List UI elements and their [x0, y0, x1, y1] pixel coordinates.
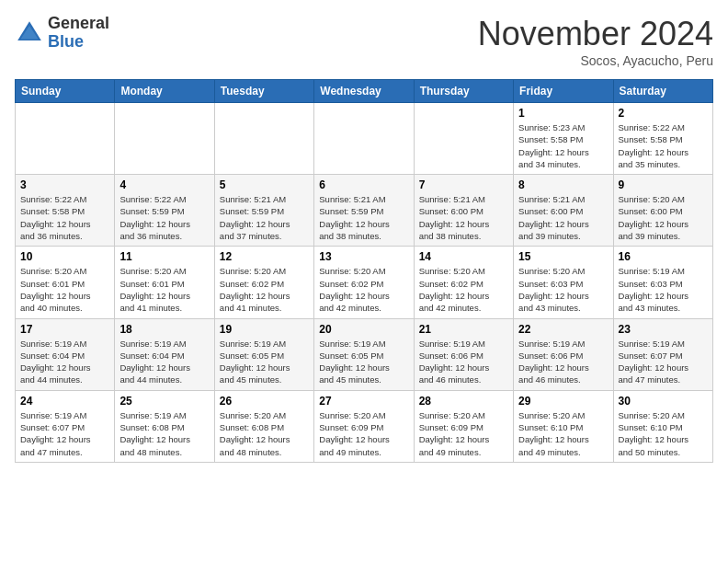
- day-cell: 10Sunrise: 5:20 AM Sunset: 6:01 PM Dayli…: [16, 247, 115, 318]
- day-number: 17: [20, 323, 109, 336]
- logo-general: General: [48, 15, 109, 33]
- day-number: 24: [20, 395, 109, 408]
- day-number: 15: [518, 250, 608, 263]
- day-cell: 28Sunrise: 5:20 AM Sunset: 6:09 PM Dayli…: [414, 390, 513, 462]
- day-header-thursday: Thursday: [414, 80, 513, 103]
- calendar-body: 1Sunrise: 5:23 AM Sunset: 5:58 PM Daylig…: [16, 103, 713, 463]
- day-number: 6: [319, 178, 408, 191]
- week-row-3: 10Sunrise: 5:20 AM Sunset: 6:01 PM Dayli…: [16, 247, 713, 318]
- day-number: 29: [518, 395, 608, 408]
- day-info: Sunrise: 5:21 AM Sunset: 6:00 PM Dayligh…: [419, 193, 508, 242]
- day-info: Sunrise: 5:20 AM Sunset: 6:03 PM Dayligh…: [518, 265, 608, 314]
- day-header-wednesday: Wednesday: [314, 80, 414, 103]
- day-info: Sunrise: 5:20 AM Sunset: 6:01 PM Dayligh…: [20, 265, 109, 314]
- day-number: 12: [220, 250, 309, 263]
- day-number: 22: [518, 323, 608, 336]
- day-cell: 22Sunrise: 5:19 AM Sunset: 6:06 PM Dayli…: [514, 318, 613, 390]
- day-cell: 30Sunrise: 5:20 AM Sunset: 6:10 PM Dayli…: [613, 390, 712, 462]
- location-subtitle: Socos, Ayacucho, Peru: [478, 53, 713, 68]
- title-block: November 2024 Socos, Ayacucho, Peru: [478, 15, 713, 68]
- day-info: Sunrise: 5:20 AM Sunset: 6:02 PM Dayligh…: [319, 265, 408, 314]
- day-number: 26: [220, 395, 309, 408]
- calendar-header: SundayMondayTuesdayWednesdayThursdayFrid…: [16, 80, 713, 103]
- day-number: 3: [20, 178, 109, 191]
- day-info: Sunrise: 5:20 AM Sunset: 6:02 PM Dayligh…: [419, 265, 508, 314]
- logo-blue: Blue: [48, 33, 109, 52]
- day-cell: 3Sunrise: 5:22 AM Sunset: 5:58 PM Daylig…: [16, 175, 115, 247]
- day-cell: [16, 103, 115, 175]
- day-info: Sunrise: 5:20 AM Sunset: 6:10 PM Dayligh…: [619, 409, 708, 458]
- day-header-tuesday: Tuesday: [214, 80, 313, 103]
- day-header-saturday: Saturday: [613, 80, 712, 103]
- day-cell: 26Sunrise: 5:20 AM Sunset: 6:08 PM Dayli…: [214, 390, 313, 462]
- day-info: Sunrise: 5:19 AM Sunset: 6:06 PM Dayligh…: [518, 338, 608, 386]
- day-cell: 29Sunrise: 5:20 AM Sunset: 6:10 PM Dayli…: [514, 390, 613, 462]
- day-cell: [214, 103, 313, 175]
- day-info: Sunrise: 5:19 AM Sunset: 6:06 PM Dayligh…: [419, 338, 508, 386]
- day-info: Sunrise: 5:19 AM Sunset: 6:08 PM Dayligh…: [119, 409, 209, 458]
- day-number: 25: [119, 395, 209, 408]
- day-info: Sunrise: 5:23 AM Sunset: 5:58 PM Dayligh…: [518, 121, 608, 170]
- page-header: General Blue November 2024 Socos, Ayacuc…: [15, 15, 713, 68]
- day-number: 30: [619, 395, 708, 408]
- day-number: 23: [619, 323, 708, 336]
- day-number: 7: [419, 178, 508, 191]
- week-row-4: 17Sunrise: 5:19 AM Sunset: 6:04 PM Dayli…: [16, 318, 713, 390]
- day-info: Sunrise: 5:19 AM Sunset: 6:07 PM Dayligh…: [20, 409, 109, 458]
- day-info: Sunrise: 5:21 AM Sunset: 6:00 PM Dayligh…: [518, 193, 608, 242]
- day-info: Sunrise: 5:20 AM Sunset: 6:00 PM Dayligh…: [619, 193, 708, 242]
- day-header-sunday: Sunday: [16, 80, 115, 103]
- day-cell: 18Sunrise: 5:19 AM Sunset: 6:04 PM Dayli…: [115, 318, 214, 390]
- day-cell: 6Sunrise: 5:21 AM Sunset: 5:59 PM Daylig…: [314, 175, 414, 247]
- day-cell: 15Sunrise: 5:20 AM Sunset: 6:03 PM Dayli…: [514, 247, 613, 318]
- day-info: Sunrise: 5:22 AM Sunset: 5:58 PM Dayligh…: [619, 121, 708, 170]
- day-info: Sunrise: 5:22 AM Sunset: 5:59 PM Dayligh…: [119, 193, 209, 242]
- month-title: November 2024: [478, 15, 713, 53]
- day-cell: 13Sunrise: 5:20 AM Sunset: 6:02 PM Dayli…: [314, 247, 414, 318]
- day-cell: 25Sunrise: 5:19 AM Sunset: 6:08 PM Dayli…: [115, 390, 214, 462]
- day-info: Sunrise: 5:20 AM Sunset: 6:10 PM Dayligh…: [518, 409, 608, 458]
- day-number: 2: [619, 107, 708, 120]
- day-info: Sunrise: 5:20 AM Sunset: 6:02 PM Dayligh…: [220, 265, 309, 314]
- day-number: 4: [119, 178, 209, 191]
- day-cell: 24Sunrise: 5:19 AM Sunset: 6:07 PM Dayli…: [16, 390, 115, 462]
- day-info: Sunrise: 5:21 AM Sunset: 5:59 PM Dayligh…: [220, 193, 309, 242]
- day-number: 28: [419, 395, 508, 408]
- week-row-1: 1Sunrise: 5:23 AM Sunset: 5:58 PM Daylig…: [16, 103, 713, 175]
- day-cell: 14Sunrise: 5:20 AM Sunset: 6:02 PM Dayli…: [414, 247, 513, 318]
- day-info: Sunrise: 5:19 AM Sunset: 6:04 PM Dayligh…: [20, 338, 109, 386]
- day-info: Sunrise: 5:19 AM Sunset: 6:05 PM Dayligh…: [319, 338, 408, 386]
- day-number: 8: [518, 178, 608, 191]
- day-cell: 4Sunrise: 5:22 AM Sunset: 5:59 PM Daylig…: [115, 175, 214, 247]
- day-cell: 9Sunrise: 5:20 AM Sunset: 6:00 PM Daylig…: [613, 175, 712, 247]
- day-cell: [414, 103, 513, 175]
- day-cell: [115, 103, 214, 175]
- day-info: Sunrise: 5:19 AM Sunset: 6:03 PM Dayligh…: [619, 265, 708, 314]
- day-cell: 23Sunrise: 5:19 AM Sunset: 6:07 PM Dayli…: [613, 318, 712, 390]
- day-cell: 1Sunrise: 5:23 AM Sunset: 5:58 PM Daylig…: [514, 103, 613, 175]
- week-row-5: 24Sunrise: 5:19 AM Sunset: 6:07 PM Dayli…: [16, 390, 713, 462]
- day-cell: 19Sunrise: 5:19 AM Sunset: 6:05 PM Dayli…: [214, 318, 313, 390]
- day-cell: 20Sunrise: 5:19 AM Sunset: 6:05 PM Dayli…: [314, 318, 414, 390]
- day-cell: 17Sunrise: 5:19 AM Sunset: 6:04 PM Dayli…: [16, 318, 115, 390]
- day-number: 13: [319, 250, 408, 263]
- day-cell: 27Sunrise: 5:20 AM Sunset: 6:09 PM Dayli…: [314, 390, 414, 462]
- day-header-friday: Friday: [514, 80, 613, 103]
- day-number: 1: [518, 107, 608, 120]
- logo: General Blue: [15, 15, 109, 52]
- day-number: 18: [119, 323, 209, 336]
- day-cell: 8Sunrise: 5:21 AM Sunset: 6:00 PM Daylig…: [514, 175, 613, 247]
- day-cell: 7Sunrise: 5:21 AM Sunset: 6:00 PM Daylig…: [414, 175, 513, 247]
- day-info: Sunrise: 5:19 AM Sunset: 6:07 PM Dayligh…: [619, 338, 708, 386]
- day-cell: 5Sunrise: 5:21 AM Sunset: 5:59 PM Daylig…: [214, 175, 313, 247]
- logo-icon: [15, 18, 44, 48]
- day-number: 27: [319, 395, 408, 408]
- day-number: 19: [220, 323, 309, 336]
- day-header-monday: Monday: [115, 80, 214, 103]
- day-number: 20: [319, 323, 408, 336]
- day-info: Sunrise: 5:21 AM Sunset: 5:59 PM Dayligh…: [319, 193, 408, 242]
- day-info: Sunrise: 5:20 AM Sunset: 6:09 PM Dayligh…: [319, 409, 408, 458]
- day-info: Sunrise: 5:20 AM Sunset: 6:08 PM Dayligh…: [220, 409, 309, 458]
- day-info: Sunrise: 5:20 AM Sunset: 6:01 PM Dayligh…: [119, 265, 209, 314]
- day-number: 21: [419, 323, 508, 336]
